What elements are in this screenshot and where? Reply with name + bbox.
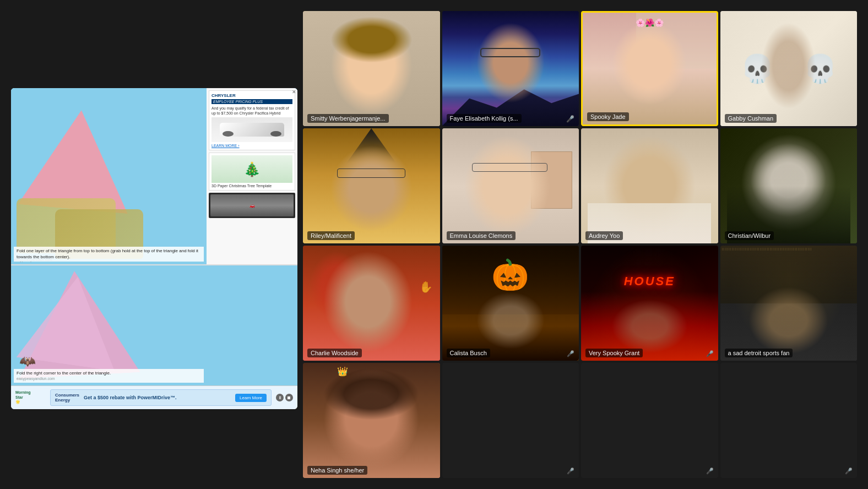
wheel-left — [223, 131, 234, 137]
grant-house-sign: HOUSE — [624, 274, 675, 289]
riley-glasses — [337, 169, 405, 178]
smitty-name: Smitty Werbenjagermanje... — [307, 114, 389, 123]
participant-tile: HOUSE 🎤 Very Spooky Grant — [581, 246, 718, 361]
detroit-crowd: ||||||||||||||||||||||||||||||||||||||||… — [720, 246, 858, 252]
participant-tile: 🌸🌺🌸 Spooky Jade — [581, 11, 718, 126]
wheel-right — [270, 131, 281, 137]
participant-tile: 💀 💀 Gabby Cushman — [720, 11, 858, 126]
instruction-text-1: Fold one layer of the triangle from top … — [17, 248, 201, 260]
watermark-2: easypeasyandlun.com — [17, 376, 201, 381]
screen-share-panel: easypeasyandlun.com ✕ CHRYSLER EMPLOYEE … — [11, 88, 297, 409]
gabby-face — [761, 23, 816, 109]
bat-decoration: 🦇 — [19, 354, 36, 369]
participant-tile: ✋ Charlie Woodside — [303, 246, 440, 361]
jade-crown: 🌸🌺🌸 — [610, 18, 690, 35]
emma-name: Emma Louise Clemons — [447, 231, 516, 240]
ad-banner-text: Get a $500 rebate with PowerMIDrive™. — [84, 395, 231, 400]
grant-name: Very Spooky Grant — [585, 349, 643, 357]
christian-name: Christian/Wilbur — [725, 231, 774, 240]
control-2[interactable]: ⏹ — [285, 394, 293, 401]
morning-star-logo: MorningStar🌟 — [15, 390, 46, 404]
participant-grid: Smitty Werbenjagermanje... 🎤 Faye Elisab… — [303, 11, 857, 478]
instruction-overlay: Fold one layer of the triangle from top … — [14, 247, 204, 262]
control-1[interactable]: ⏸ — [276, 394, 284, 401]
asia-bg — [720, 363, 858, 478]
instruction-overlay-2: Fold the right corner to the center of t… — [14, 369, 204, 383]
participant-tile: Riley/Malificent — [303, 128, 440, 243]
tree-ad-text: 3D Paper Christmas Tree Template — [211, 184, 292, 188]
consumer-energy-ad: ConsumersEnergy Get a $500 rebate with P… — [50, 389, 272, 406]
pink-paper — [18, 106, 137, 214]
participant-tile: Christian/Wilbur — [720, 128, 858, 243]
participant-tile: 🎃 🎤 Calista Busch — [442, 246, 579, 361]
charlie-hand: ✋ — [419, 280, 433, 294]
car-image — [211, 117, 292, 142]
participant-tile: Dylan Raymond... 🎤 — [442, 363, 579, 478]
consumer-energy-logo: ConsumersEnergy — [55, 393, 79, 403]
paper-tree-ad: 🎄 3D Paper Christmas Tree Template — [209, 153, 295, 191]
participant-tile: ||||||||||||||||||||||||||||||||||||||||… — [720, 246, 858, 361]
bottom-ad-bar: MorningStar🌟 ConsumersEnergy Get a $500 … — [11, 385, 297, 409]
chrysler-brand: CHRYSLER — [211, 93, 292, 98]
participant-tile: Megan Nicole H... 🎤 — [581, 363, 718, 478]
faye-face — [476, 23, 545, 103]
participant-tile: Audrey Yoo — [581, 128, 718, 243]
neha-hair — [323, 368, 419, 420]
main-layout: easypeasyandlun.com ✕ CHRYSLER EMPLOYEE … — [0, 0, 868, 489]
emma-glasses — [472, 163, 547, 172]
smitty-hair — [330, 17, 413, 63]
grant-face — [609, 297, 691, 355]
media-controls: ⏸ ⏹ — [276, 394, 293, 401]
participant-tile: Smitty Werbenjagermanje... — [303, 11, 440, 126]
ad-close[interactable]: ✕ — [292, 89, 296, 95]
ad-sidebar: ✕ CHRYSLER EMPLOYEE PRICING PLUS And you… — [207, 88, 297, 264]
detroit-name: a sad detroit sports fan — [725, 349, 793, 357]
participant-tile: Emma Louise Clemons — [442, 128, 579, 243]
calista-face — [476, 292, 545, 350]
participant-tile: 🎤 Faye Elisabeth Kollig (s... — [442, 11, 579, 126]
calista-pumpkin: 🎃 — [491, 257, 529, 293]
gabby-name: Gabby Cushman — [725, 114, 777, 123]
riley-face — [330, 145, 413, 232]
left-craft: easypeasyandlun.com — [11, 88, 197, 264]
craft-image-2: 🦇 Fold the right corner to the center of… — [11, 264, 297, 385]
chrysler-ad-text: And you may qualify for a federal tax cr… — [211, 106, 292, 116]
learn-more-btn[interactable]: Learn More — [235, 394, 267, 402]
dylan-bg — [442, 363, 579, 478]
craft-image: easypeasyandlun.com ✕ CHRYSLER EMPLOYEE … — [11, 88, 297, 264]
car-shape — [220, 123, 285, 137]
asia-mute: 🎤 — [845, 468, 853, 475]
faye-glasses — [480, 48, 540, 57]
audrey-name: Audrey Yoo — [585, 231, 623, 240]
instruction-text-2: Fold the right corner to the center of t… — [17, 371, 201, 376]
faye-name: Faye Elisabeth Kollig (s... — [447, 114, 522, 123]
participant-tile: 👑 Neha Singh she/her — [303, 363, 440, 478]
calista-mute-icon: 🎤 — [567, 350, 574, 357]
megan-mute: 🎤 — [706, 468, 714, 475]
screen-share-content: easypeasyandlun.com ✕ CHRYSLER EMPLOYEE … — [11, 88, 297, 409]
charlie-face — [323, 251, 413, 352]
dylan-mute: 🎤 — [567, 468, 574, 475]
participants-panel: Smitty Werbenjagermanje... 🎤 Faye Elisab… — [303, 11, 857, 478]
jade-name: Spooky Jade — [587, 112, 629, 121]
employee-pricing: EMPLOYEE PRICING PLUS — [211, 99, 292, 104]
neha-name: Neha Singh she/her — [307, 466, 367, 475]
road-ad: 🚗 — [209, 193, 295, 218]
road-image: 🚗 — [210, 194, 294, 216]
tree-emoji: 🎄 — [243, 161, 261, 177]
faye-mute: 🎤 — [566, 115, 574, 123]
chrysler-ad: CHRYSLER EMPLOYEE PRICING PLUS And you m… — [209, 90, 295, 150]
riley-name: Riley/Malificent — [307, 231, 355, 240]
learn-more-link[interactable]: LEARN MORE › — [211, 144, 292, 148]
megan-bg — [581, 363, 718, 478]
participant-tile: Asia Rivett 🎤 — [720, 363, 858, 478]
charlie-name: Charlie Woodside — [307, 349, 362, 357]
tree-image: 🎄 — [211, 155, 292, 183]
calista-name: Calista Busch — [447, 349, 490, 357]
grant-mute-icon: 🎤 — [706, 350, 714, 357]
detroit-face — [747, 286, 829, 355]
